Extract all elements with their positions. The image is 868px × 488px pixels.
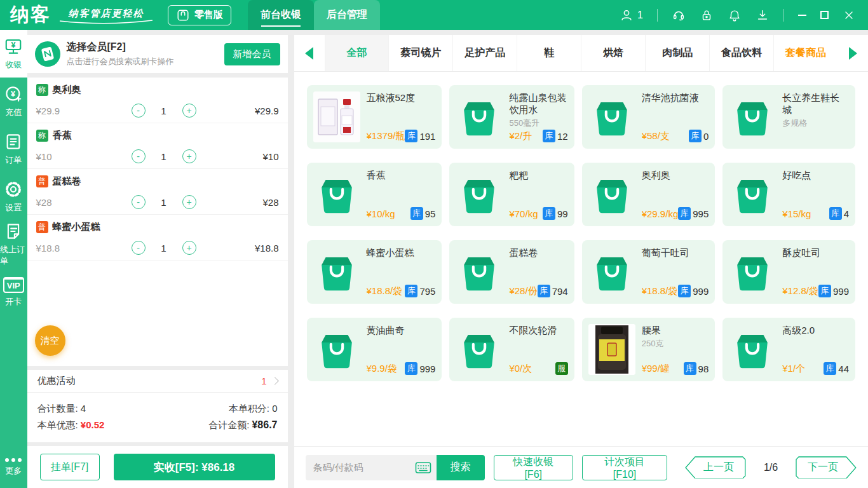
product-card[interactable]: 蛋糕卷 ¥28/份 库 794 — [449, 240, 574, 304]
window-minimize-icon[interactable] — [798, 15, 806, 16]
prev-page-button[interactable]: 上一页 — [685, 456, 746, 479]
stock-badge: 库 — [405, 362, 417, 375]
product-price: ¥1/个 — [782, 363, 805, 375]
total-qty-label: 合计数量: — [37, 403, 78, 414]
product-bag-icon — [588, 247, 635, 297]
search-button[interactable]: 搜索 — [437, 455, 485, 480]
decrease-qty-button[interactable]: - — [132, 149, 146, 163]
retail-bag-icon — [176, 8, 190, 22]
product-grid: 五粮液52度 ¥1379/瓶 库 191 纯露山泉包装饮用水 — [294, 72, 868, 446]
product-name: 高级2.0 — [782, 324, 849, 336]
sidebar-item-orders[interactable]: 订单 — [0, 125, 27, 173]
cart-item-qty: 1 — [159, 151, 168, 162]
cart-item: 称 奥利奥 ¥29.9 - 1 + ¥29.9 — [27, 78, 288, 123]
notification-bell-icon[interactable] — [728, 8, 742, 22]
barcode-input[interactable] — [313, 462, 415, 473]
product-price: ¥15/kg — [782, 208, 811, 219]
svg-text:¥: ¥ — [11, 41, 16, 50]
category-tab[interactable]: 鞋 — [517, 35, 581, 71]
product-price: ¥99/罐 — [642, 363, 670, 375]
add-member-button[interactable]: 新增会员 — [224, 43, 280, 65]
stock-count: 999 — [833, 286, 849, 297]
product-card[interactable]: 纯露山泉包装饮用水 550毫升 ¥2/升 库 12 — [449, 85, 574, 149]
product-card[interactable]: 黄油曲奇 ¥9.9/袋 库 999 — [307, 318, 442, 381]
stock-badge: 库 — [689, 130, 702, 142]
sidebar-item-recharge[interactable]: ¥ 充值 — [0, 78, 27, 125]
orders-list-icon — [4, 132, 23, 151]
product-card[interactable]: 香蕉 ¥10/kg 库 95 — [307, 163, 442, 226]
product-card[interactable]: 不限次轮滑 ¥0/次 服 — [449, 318, 574, 381]
decrease-qty-button[interactable]: - — [132, 195, 146, 209]
stock-badge: 库 — [678, 285, 691, 297]
product-card[interactable]: 清华池抗菌液 ¥58/支 库 0 — [582, 85, 715, 149]
triangle-left-icon — [305, 47, 313, 60]
chevron-right-icon — [271, 377, 279, 385]
stock-badge: 库 — [678, 207, 691, 220]
weigh-badge: 称 — [36, 130, 48, 142]
counting-item-button[interactable]: 计次项目[F10] — [582, 455, 667, 480]
download-update-icon[interactable] — [756, 8, 770, 22]
support-headset-icon[interactable] — [672, 8, 686, 22]
sidebar-item-online-orders[interactable]: 线上订单 — [0, 220, 27, 268]
select-member-area[interactable]: 选择会员[F2] 点击进行会员搜索或刷卡操作 新增会员 — [27, 35, 288, 73]
product-card[interactable]: 奥利奥 ¥29.9/kg 库 995 — [582, 163, 715, 226]
product-card[interactable]: 腰果 250克 ¥99/罐 库 98 — [582, 318, 715, 381]
increase-qty-button[interactable]: + — [182, 241, 196, 255]
product-card[interactable]: 长立养生鞋长城 多规格 — [722, 85, 855, 149]
select-member-title: 选择会员[F2] — [67, 41, 218, 54]
quick-cashier-button[interactable]: 快速收银[F6] — [494, 455, 573, 480]
cart-item: 普 蛋糕卷 ¥28 - 1 + ¥28 — [27, 169, 288, 215]
category-next-arrow[interactable] — [837, 35, 868, 71]
category-tab[interactable]: 食品饮料 — [709, 35, 773, 71]
category-tab-all[interactable]: 全部 — [325, 35, 389, 71]
product-photo — [588, 324, 635, 375]
clear-cart-button[interactable]: 清空 — [35, 325, 65, 356]
category-tab[interactable]: 烘焙 — [581, 35, 645, 71]
product-card[interactable]: 蜂蜜小蛋糕 ¥18.8/袋 库 795 — [307, 240, 442, 304]
cart-item-name: 香蕉 — [53, 130, 72, 142]
pay-button[interactable]: 实收[F5]: ¥86.18 — [114, 454, 275, 480]
category-tab[interactable]: 蔡司镜片 — [388, 35, 452, 71]
tab-front-cashier[interactable]: 前台收银 — [248, 0, 314, 30]
cart-item: 称 香蕉 ¥10 - 1 + ¥10 — [27, 123, 288, 169]
stock-count: 999 — [419, 363, 435, 374]
member-card-icon — [35, 41, 60, 67]
product-card[interactable]: 五粮液52度 ¥1379/瓶 库 191 — [307, 85, 442, 149]
product-card[interactable]: 酥皮吐司 ¥12.8/袋 库 999 — [722, 240, 855, 304]
sidebar-item-cashier[interactable]: ¥ 收银 — [0, 30, 27, 78]
decrease-qty-button[interactable]: - — [132, 104, 146, 118]
cart-item-price: ¥28 — [36, 197, 106, 208]
hold-order-button[interactable]: 挂单[F7] — [40, 454, 100, 480]
sidebar-item-vip-card[interactable]: VIP 开卡 — [0, 268, 27, 316]
sidebar-nav: ¥ 收银 ¥ 充值 订单 设置 — [0, 30, 27, 488]
product-bag-icon — [456, 324, 503, 375]
tab-backend-admin[interactable]: 后台管理 — [314, 0, 380, 30]
window-close-icon[interactable] — [843, 9, 855, 22]
product-card[interactable]: 粑粑 ¥70/kg 库 99 — [449, 163, 574, 226]
cart-item-qty: 1 — [159, 197, 168, 208]
sidebar-item-settings[interactable]: 设置 — [0, 173, 27, 220]
category-tab[interactable]: 足护产品 — [452, 35, 517, 71]
window-maximize-icon[interactable] — [820, 11, 829, 19]
product-card[interactable]: 高级2.0 ¥1/个 库 44 — [722, 318, 855, 381]
category-tab-combo[interactable]: 套餐商品 — [773, 35, 837, 71]
points-value: 0 — [272, 403, 277, 414]
user-session[interactable]: 1 — [620, 8, 643, 22]
promotions-row[interactable]: 优惠活动 1 — [27, 370, 288, 393]
keyboard-icon[interactable] — [415, 461, 431, 474]
next-page-button[interactable]: 下一页 — [796, 456, 857, 479]
sidebar-spacer — [0, 316, 27, 446]
increase-qty-button[interactable]: + — [182, 149, 196, 163]
increase-qty-button[interactable]: + — [182, 195, 196, 209]
product-card[interactable]: 好吃点 ¥15/kg 库 4 — [722, 163, 855, 226]
category-tab[interactable]: 肉制品 — [645, 35, 709, 71]
product-name: 粑粑 — [509, 169, 567, 181]
product-spec: 550毫升 — [509, 118, 567, 129]
decrease-qty-button[interactable]: - — [132, 241, 146, 255]
category-prev-arrow[interactable] — [294, 35, 325, 71]
sidebar-item-more[interactable]: 更多 — [0, 446, 27, 488]
lock-icon[interactable] — [700, 8, 714, 22]
promotions-label: 优惠活动 — [37, 375, 262, 387]
product-card[interactable]: 葡萄干吐司 ¥18.8/袋 库 999 — [582, 240, 715, 304]
increase-qty-button[interactable]: + — [182, 104, 196, 118]
